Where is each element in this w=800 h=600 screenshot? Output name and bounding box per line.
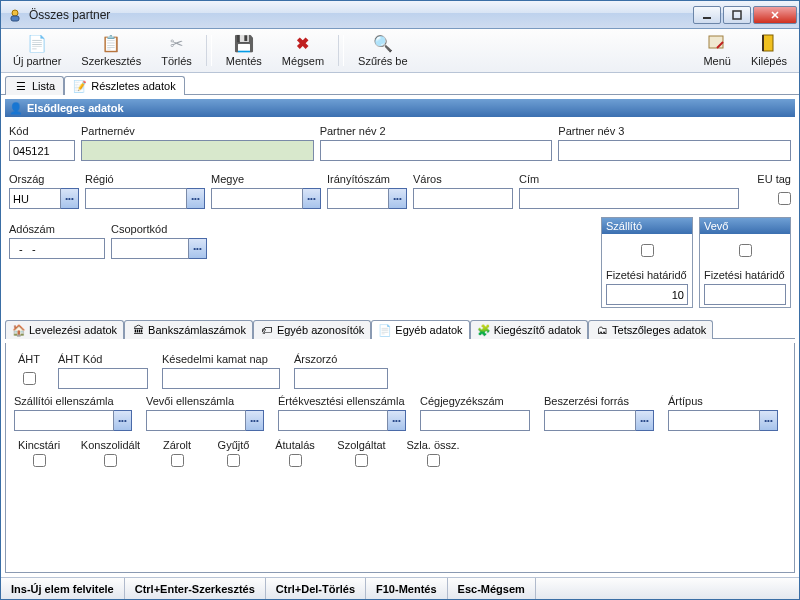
city-input[interactable]: [413, 188, 513, 209]
tab-detail[interactable]: 📝Részletes adatok: [64, 76, 184, 95]
exit-button[interactable]: Kilépés: [743, 31, 795, 70]
save-button[interactable]: 💾Mentés: [218, 31, 270, 70]
minimize-button[interactable]: [693, 6, 721, 24]
subtab-otherid[interactable]: 🏷Egyéb azonosítók: [253, 320, 371, 339]
filter-button[interactable]: 🔍Szűrés be: [350, 31, 416, 70]
label-treasury: Kincstári: [18, 439, 60, 452]
app-window: Összes partner 📄Új partner 📋Szerkesztés …: [0, 0, 800, 600]
window-buttons: [691, 6, 797, 24]
collector-checkbox[interactable]: [227, 454, 240, 467]
menu-button[interactable]: Menü: [695, 31, 739, 70]
subtab-otherdata[interactable]: 📄Egyéb adatok: [371, 320, 469, 339]
latedays-input[interactable]: [162, 368, 280, 389]
save-icon: 💾: [233, 32, 255, 54]
aht-checkbox[interactable]: [23, 372, 36, 385]
extra-icon: 🧩: [477, 323, 491, 337]
invsum-checkbox[interactable]: [427, 454, 440, 467]
toolbar-sep2: [338, 35, 344, 66]
region-dropdown-button[interactable]: •••: [187, 188, 205, 209]
svg-rect-1: [11, 16, 19, 21]
app-icon: [7, 7, 23, 23]
label-aht: ÁHT: [18, 353, 40, 366]
label-eutag: EU tag: [745, 173, 791, 186]
label-region: Régió: [85, 173, 205, 186]
subtab-mail[interactable]: 🏠Levelezési adatok: [5, 320, 124, 339]
deprec-dropdown-button[interactable]: •••: [388, 410, 406, 431]
treasury-checkbox[interactable]: [33, 454, 46, 467]
delete-button[interactable]: ✂Törlés: [153, 31, 200, 70]
label-customer-paydue: Fizetési határidő: [704, 269, 786, 282]
deprec-input[interactable]: [278, 410, 388, 431]
label-deprec: Értékvesztési ellenszámla: [278, 395, 406, 408]
detail-icon: 📝: [73, 79, 87, 93]
code-input[interactable]: [9, 140, 75, 161]
supplier-paydue-input[interactable]: [606, 284, 688, 305]
status-spacer: [536, 578, 799, 599]
consolidated-checkbox[interactable]: [104, 454, 117, 467]
maximize-button[interactable]: [723, 6, 751, 24]
person-icon: 👤: [9, 101, 23, 115]
subtab-bank[interactable]: 🏛Bankszámlaszámok: [124, 320, 253, 339]
groupcode-combo: •••: [111, 238, 207, 259]
country-input[interactable]: [9, 188, 61, 209]
tag-icon: 🏷: [260, 323, 274, 337]
subtab-custom[interactable]: 🗂Tetszőleges adatok: [588, 320, 713, 339]
pricetype-dropdown-button[interactable]: •••: [760, 410, 778, 431]
procsrc-input[interactable]: [544, 410, 636, 431]
window-title: Összes partner: [27, 8, 691, 22]
label-country: Ország: [9, 173, 79, 186]
list-icon: ☰: [14, 79, 28, 93]
eutag-checkbox[interactable]: [778, 192, 791, 205]
custcounter-input[interactable]: [146, 410, 246, 431]
address-input[interactable]: [519, 188, 739, 209]
customer-paydue-input[interactable]: [704, 284, 786, 305]
partnername3-input[interactable]: [558, 140, 791, 161]
label-service: Szolgáltat: [337, 439, 385, 452]
label-county: Megye: [211, 173, 321, 186]
label-pricetype: Ártípus: [668, 395, 778, 408]
multiplier-input[interactable]: [294, 368, 388, 389]
zip-input[interactable]: [327, 188, 389, 209]
cancel-button[interactable]: ✖Mégsem: [274, 31, 332, 70]
tax-input[interactable]: [9, 238, 105, 259]
label-address: Cím: [519, 173, 739, 186]
label-consolidated: Konszolidált: [81, 439, 140, 452]
transfer-checkbox[interactable]: [289, 454, 302, 467]
customer-checkbox[interactable]: [739, 244, 752, 257]
partnername2-input[interactable]: [320, 140, 553, 161]
region-combo: •••: [85, 188, 205, 209]
newpartner-button[interactable]: 📄Új partner: [5, 31, 69, 70]
groupcode-input[interactable]: [111, 238, 189, 259]
customer-header: Vevő: [700, 218, 790, 234]
groupcode-dropdown-button[interactable]: •••: [189, 238, 207, 259]
region-input[interactable]: [85, 188, 187, 209]
regno-input[interactable]: [420, 410, 530, 431]
close-button[interactable]: [753, 6, 797, 24]
primary-section-title: Elsődleges adatok: [27, 102, 124, 114]
exit-icon: [758, 32, 780, 54]
edit-button[interactable]: 📋Szerkesztés: [73, 31, 149, 70]
status-ctrlenter: Ctrl+Enter-Szerkesztés: [125, 578, 266, 599]
status-ins: Ins-Új elem felvitele: [1, 578, 125, 599]
pricetype-input[interactable]: [668, 410, 760, 431]
custcounter-dropdown-button[interactable]: •••: [246, 410, 264, 431]
county-input[interactable]: [211, 188, 303, 209]
county-dropdown-button[interactable]: •••: [303, 188, 321, 209]
locked-checkbox[interactable]: [171, 454, 184, 467]
label-collector: Gyűjtő: [218, 439, 250, 452]
tab-list[interactable]: ☰Lista: [5, 76, 64, 95]
partner-type-boxes: Szállító Fizetési határidő Vevő Fizetési…: [601, 217, 791, 308]
delete-icon: ✂: [166, 32, 188, 54]
procsrc-dropdown-button[interactable]: •••: [636, 410, 654, 431]
supplier-checkbox[interactable]: [641, 244, 654, 257]
newpartner-icon: 📄: [26, 32, 48, 54]
partnername-input[interactable]: [81, 140, 314, 161]
ahtcode-input[interactable]: [58, 368, 148, 389]
supcounter-input[interactable]: [14, 410, 114, 431]
svg-point-0: [12, 10, 18, 16]
zip-dropdown-button[interactable]: •••: [389, 188, 407, 209]
supcounter-dropdown-button[interactable]: •••: [114, 410, 132, 431]
country-dropdown-button[interactable]: •••: [61, 188, 79, 209]
service-checkbox[interactable]: [355, 454, 368, 467]
subtab-extra[interactable]: 🧩Kiegészítő adatok: [470, 320, 588, 339]
